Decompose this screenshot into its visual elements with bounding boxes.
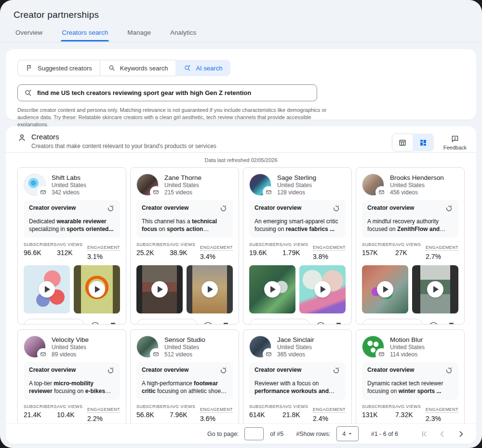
subscribers-label: SUBSCRIBERS <box>362 242 395 247</box>
mode-suggested-creators[interactable]: Suggested creators <box>17 60 100 76</box>
creator-stats: SUBSCRIBERS 157K AVG VIEWS 27K ENGAGEMEN… <box>362 242 458 260</box>
video-thumbnail[interactable] <box>249 265 295 313</box>
top-nav-tabs: Overview Creators search Manage Analytic… <box>14 29 197 41</box>
creator-name: Zane Thorne <box>164 174 201 182</box>
video-thumbnail[interactable] <box>136 265 183 313</box>
avg-views-value: 38.9K <box>170 249 200 257</box>
subscribers-label: SUBSCRIBERS <box>136 242 170 247</box>
avg-views-label: AVG VIEWS <box>57 404 87 409</box>
see-details-button[interactable]: See details <box>136 319 198 325</box>
tab-overview[interactable]: Overview <box>14 29 43 41</box>
engagement-label: ENGAGEMENT <box>87 407 120 413</box>
ai-summary-icon[interactable] <box>219 204 228 215</box>
bookmark-button[interactable] <box>221 321 231 325</box>
show-rows-label: #Show rows: <box>296 431 331 437</box>
message-badge <box>38 349 48 359</box>
engagement-label: ENGAGEMENT <box>87 245 120 251</box>
feedback-bubble-icon <box>451 135 459 143</box>
search-input[interactable] <box>37 89 310 96</box>
avg-views-value: 312K <box>57 249 87 257</box>
tab-creators-search[interactable]: Creators search <box>61 29 109 41</box>
share-button[interactable] <box>203 321 213 325</box>
bookmark-button[interactable] <box>446 321 456 325</box>
overview-text: This channel has a technical focus on sp… <box>142 217 228 233</box>
ai-summary-icon[interactable] <box>332 204 340 215</box>
tab-analytics[interactable]: Analytics <box>169 29 197 41</box>
mode-keywords-search[interactable]: Keywords search <box>100 60 176 76</box>
video-thumbnail[interactable] <box>74 265 120 313</box>
creator-country: United States <box>277 182 316 189</box>
creator-country: United States <box>390 182 444 189</box>
see-details-button[interactable]: See details <box>362 319 423 325</box>
avatar <box>136 336 159 358</box>
engagement-value: 3.4% <box>200 253 233 260</box>
avg-views-value: 1.79K <box>282 249 313 257</box>
engagement-label: ENGAGEMENT <box>426 245 458 251</box>
see-details-button[interactable]: See details <box>24 319 85 325</box>
creator-stats: SUBSCRIBERS 96.6K AVG VIEWS 312K ENGAGEM… <box>24 242 120 260</box>
video-thumbnail[interactable] <box>24 265 70 313</box>
creator-overview-box: Creator overview Reviewer with a focus o… <box>249 362 346 400</box>
avg-views-label: AVG VIEWS <box>282 404 313 409</box>
message-badge <box>38 187 48 197</box>
creator-overview-box: Creator overview A high-performance foot… <box>136 362 233 400</box>
share-icon <box>203 321 213 325</box>
avg-views-label: AVG VIEWS <box>282 242 313 247</box>
envelope-icon <box>266 189 272 195</box>
ai-summary-icon[interactable] <box>445 204 453 215</box>
ai-summary-icon[interactable] <box>332 367 340 377</box>
ai-summary-icon[interactable] <box>107 204 115 215</box>
share-button[interactable] <box>90 321 100 325</box>
go-to-page-input[interactable] <box>244 427 264 440</box>
creator-name: Brooks Henderson <box>390 174 444 182</box>
table-view-button[interactable] <box>392 134 413 151</box>
share-button[interactable] <box>428 321 439 325</box>
message-badge <box>151 349 161 359</box>
grid-view-button[interactable] <box>413 134 434 151</box>
tab-manage[interactable]: Manage <box>126 29 152 41</box>
ai-summary-icon[interactable] <box>107 367 115 377</box>
overview-text: A top-tier micro-mobility reviewer focus… <box>29 380 115 395</box>
creator-video-count: 215 videos <box>164 189 201 196</box>
video-thumbnail[interactable] <box>187 265 233 313</box>
creator-grid: Shift Labs United States 342 videos Crea… <box>6 165 476 444</box>
engagement-value: 3.1% <box>87 253 120 260</box>
overview-title: Creator overview <box>367 367 414 373</box>
avg-views-label: AVG VIEWS <box>395 404 426 409</box>
creator-overview-box: Creator overview This channel has a tech… <box>136 200 233 238</box>
rows-per-page-select[interactable]: 4 <box>336 426 359 441</box>
bookmark-icon <box>108 321 118 325</box>
creator-overview-box: Creator overview Dedicated wearable revi… <box>24 200 120 238</box>
creator-stats: SUBSCRIBERS 56.8K AVG VIEWS 7.96K ENGAGE… <box>136 404 233 422</box>
overview-title: Creator overview <box>29 367 76 373</box>
next-page-button[interactable] <box>455 428 467 440</box>
play-icon <box>314 281 331 298</box>
ai-summary-icon[interactable] <box>219 367 228 377</box>
message-badge <box>376 349 387 359</box>
avatar <box>249 174 271 196</box>
engagement-value: 2.7% <box>426 253 458 260</box>
see-details-button[interactable]: See details <box>249 319 310 325</box>
range-label: #1 - 6 of 6 <box>371 431 398 437</box>
avatar <box>362 336 384 358</box>
ai-summary-icon[interactable] <box>445 367 453 377</box>
avatar <box>362 174 384 196</box>
bookmark-button[interactable] <box>334 321 344 325</box>
creator-video-count: 114 videos <box>390 351 425 358</box>
avg-views-label: AVG VIEWS <box>57 242 87 247</box>
avg-views-value: 7.32K <box>395 411 426 419</box>
feedback-button[interactable]: Feedback <box>443 135 467 150</box>
share-button[interactable] <box>316 321 326 325</box>
mode-ai-search[interactable]: AI search <box>175 60 230 76</box>
bookmark-button[interactable] <box>108 321 118 325</box>
video-thumbnail[interactable] <box>362 265 408 313</box>
video-thumbnail[interactable] <box>299 265 346 313</box>
first-page-button[interactable] <box>418 428 430 440</box>
video-thumbnail[interactable] <box>412 265 458 313</box>
overview-title: Creator overview <box>367 204 414 211</box>
subscribers-label: SUBSCRIBERS <box>136 404 170 409</box>
bookmark-icon <box>221 321 231 325</box>
previous-page-button[interactable] <box>437 428 448 440</box>
engagement-label: ENGAGEMENT <box>426 407 458 413</box>
avatar <box>24 336 46 358</box>
